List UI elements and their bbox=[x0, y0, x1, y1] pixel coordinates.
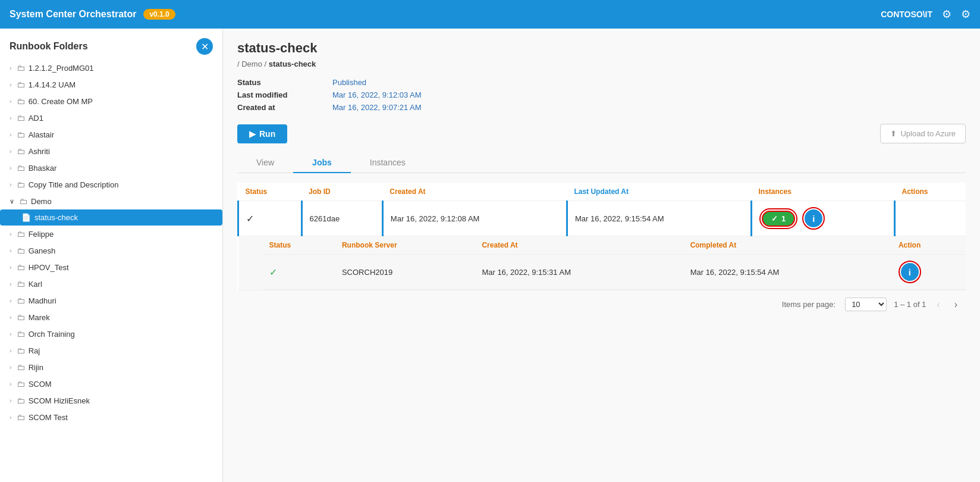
sidebar-item-label: 60. Create OM MP bbox=[29, 97, 93, 106]
col-status: Status bbox=[238, 183, 302, 201]
settings-icon[interactable]: ⚙ bbox=[961, 8, 970, 21]
sidebar-item-label: Bhaskar bbox=[29, 164, 57, 173]
check-icon: ✓ bbox=[246, 214, 254, 224]
sidebar-item-scom-test[interactable]: › 🗀 SCOM Test bbox=[0, 409, 222, 425]
close-sidebar-button[interactable]: ✕ bbox=[196, 38, 213, 55]
next-page-button[interactable]: › bbox=[951, 298, 961, 311]
folder-icon: 🗀 bbox=[17, 312, 25, 322]
content-area: status-check / Demo / status-check Statu… bbox=[223, 29, 980, 330]
prev-page-button[interactable]: ‹ bbox=[933, 298, 943, 311]
chevron-right-icon: › bbox=[10, 347, 12, 354]
sidebar-item-label: Demo bbox=[31, 197, 52, 206]
sidebar-item-orch[interactable]: › 🗀 Orch Training bbox=[0, 325, 222, 342]
sidebar-item-marek[interactable]: › 🗀 Marek bbox=[0, 309, 222, 325]
sidebar-item-demo[interactable]: ∨ 🗀 Demo bbox=[0, 193, 222, 209]
meta-table: Status Published Last modified Mar 16, 2… bbox=[237, 78, 966, 112]
folder-icon: 🗀 bbox=[17, 130, 25, 139]
folder-icon: 🗀 bbox=[17, 96, 25, 106]
topbar-right: CONTOSO\IT ⚙ ⚙ bbox=[881, 8, 970, 21]
run-label: Run bbox=[259, 129, 275, 139]
status-label: Status bbox=[237, 78, 332, 87]
sub-col-created: Created At bbox=[475, 236, 683, 255]
meta-status-row: Status Published bbox=[237, 78, 966, 87]
job-last-updated: Mar 16, 2022, 9:15:54 AM bbox=[567, 201, 751, 236]
sidebar-item-bhaskar[interactable]: › 🗀 Bhaskar bbox=[0, 159, 222, 176]
sidebar-item-scom[interactable]: › 🗀 SCOM bbox=[0, 375, 222, 392]
sidebar-item-ganesh[interactable]: › 🗀 Ganesh bbox=[0, 242, 222, 259]
sidebar-item-label: Alastair bbox=[29, 130, 54, 139]
sidebar-item-label: AD1 bbox=[29, 114, 43, 123]
topbar-left: System Center Orchestrator v0.1.0 bbox=[10, 9, 175, 20]
folder-icon: 🗀 bbox=[17, 362, 25, 372]
tabs: View Jobs Instances bbox=[237, 153, 966, 173]
per-page-select[interactable]: 10 25 50 100 bbox=[845, 298, 887, 311]
app-title: System Center Orchestrator bbox=[10, 9, 136, 20]
breadcrumb: / Demo / status-check bbox=[237, 60, 966, 68]
chevron-right-icon: › bbox=[10, 164, 12, 171]
version-badge: v0.1.0 bbox=[143, 9, 175, 20]
sidebar-item-1414[interactable]: › 🗀 1.4.14.2 UAM bbox=[0, 76, 222, 93]
breadcrumb-demo[interactable]: Demo bbox=[241, 60, 262, 68]
last-modified-value: Mar 16, 2022, 9:12:03 AM bbox=[332, 90, 422, 99]
sidebar-item-label: Raj bbox=[29, 346, 40, 355]
sidebar-item-1212[interactable]: › 🗀 1.2.1.2_ProdMG01 bbox=[0, 60, 222, 76]
toolbar: ▶ Run ⬆ Upload to Azure bbox=[237, 124, 966, 143]
check-icon: ✓ bbox=[269, 267, 277, 277]
main-layout: Runbook Folders ✕ › 🗀 1.2.1.2_ProdMG01 ›… bbox=[0, 29, 980, 482]
sidebar-item-60[interactable]: › 🗀 60. Create OM MP bbox=[0, 93, 222, 109]
jobs-table: Status Job ID Created At Last Updated At… bbox=[237, 183, 966, 290]
sidebar-item-label: Orch Training bbox=[29, 330, 75, 339]
check-icon: ✓ bbox=[771, 214, 778, 223]
sub-table-cell: Status Runbook Server Created At Complet… bbox=[238, 236, 966, 290]
items-per-page-label: Items per page: bbox=[782, 300, 835, 309]
info-label: i bbox=[909, 267, 911, 277]
page-range: 1 – 1 of 1 bbox=[894, 300, 926, 309]
sidebar-item-ad1[interactable]: › 🗀 AD1 bbox=[0, 109, 222, 126]
chevron-right-icon: › bbox=[10, 380, 12, 387]
sidebar-item-label: 1.4.14.2 UAM bbox=[29, 80, 76, 89]
instance-badge[interactable]: ✓ 1 bbox=[762, 211, 795, 227]
sub-created: Mar 16, 2022, 9:15:31 AM bbox=[475, 255, 683, 290]
sidebar-header: Runbook Folders ✕ bbox=[0, 29, 222, 60]
sidebar-item-alastair[interactable]: › 🗀 Alastair bbox=[0, 126, 222, 143]
chevron-right-icon: › bbox=[10, 297, 12, 304]
sidebar-scroll[interactable]: › 🗀 1.2.1.2_ProdMG01 › 🗀 1.4.14.2 UAM › … bbox=[0, 60, 222, 482]
chevron-right-icon: › bbox=[10, 330, 12, 337]
sidebar-item-madhuri[interactable]: › 🗀 Madhuri bbox=[0, 292, 222, 309]
sub-action: i bbox=[891, 255, 966, 290]
sidebar-item-status-check[interactable]: 📄 status-check bbox=[0, 209, 222, 226]
sidebar-item-karl[interactable]: › 🗀 Karl bbox=[0, 276, 222, 292]
table-row: ✓ 6261dae Mar 16, 2022, 9:12:08 AM Mar 1… bbox=[238, 201, 966, 236]
sidebar-item-copy-title[interactable]: › 🗀 Copy Title and Description bbox=[0, 176, 222, 193]
sidebar-item-label: Karl bbox=[29, 280, 42, 289]
sidebar-item-raj[interactable]: › 🗀 Raj bbox=[0, 342, 222, 359]
sidebar-item-scom-hizli[interactable]: › 🗀 SCOM HizliEsnek bbox=[0, 392, 222, 409]
pagination: Items per page: 10 25 50 100 1 – 1 of 1 … bbox=[237, 290, 966, 318]
tab-jobs[interactable]: Jobs bbox=[293, 153, 351, 173]
chevron-right-icon: › bbox=[10, 181, 12, 188]
sub-server: SCORCH2019 bbox=[335, 255, 475, 290]
sidebar-item-rijin[interactable]: › 🗀 Rijin bbox=[0, 359, 222, 375]
folder-icon: 🗀 bbox=[17, 279, 25, 289]
status-value: Published bbox=[332, 78, 366, 87]
sub-col-status: Status bbox=[262, 236, 335, 255]
tab-view[interactable]: View bbox=[237, 153, 293, 173]
upload-button[interactable]: ⬆ Upload to Azure bbox=[880, 124, 966, 143]
run-button[interactable]: ▶ Run bbox=[237, 124, 287, 143]
sidebar: Runbook Folders ✕ › 🗀 1.2.1.2_ProdMG01 ›… bbox=[0, 29, 223, 482]
instance-info-button[interactable]: i bbox=[901, 263, 919, 281]
upload-icon: ⬆ bbox=[890, 129, 897, 138]
chevron-right-icon: › bbox=[10, 247, 12, 254]
tab-instances[interactable]: Instances bbox=[351, 153, 425, 173]
gear-icon[interactable]: ⚙ bbox=[942, 8, 951, 21]
sidebar-item-felippe[interactable]: › 🗀 Felippe bbox=[0, 226, 222, 242]
chevron-right-icon: › bbox=[10, 364, 12, 371]
sidebar-item-ashriti[interactable]: › 🗀 Ashriti bbox=[0, 143, 222, 159]
job-info-button[interactable]: i bbox=[805, 209, 822, 227]
sidebar-title: Runbook Folders bbox=[10, 41, 88, 52]
sub-col-completed: Completed At bbox=[683, 236, 891, 255]
sidebar-item-label: status-check bbox=[34, 213, 78, 222]
sidebar-item-hpov[interactable]: › 🗀 HPOV_Test bbox=[0, 259, 222, 276]
sidebar-item-label: Marek bbox=[29, 313, 50, 322]
sub-col-server: Runbook Server bbox=[335, 236, 475, 255]
